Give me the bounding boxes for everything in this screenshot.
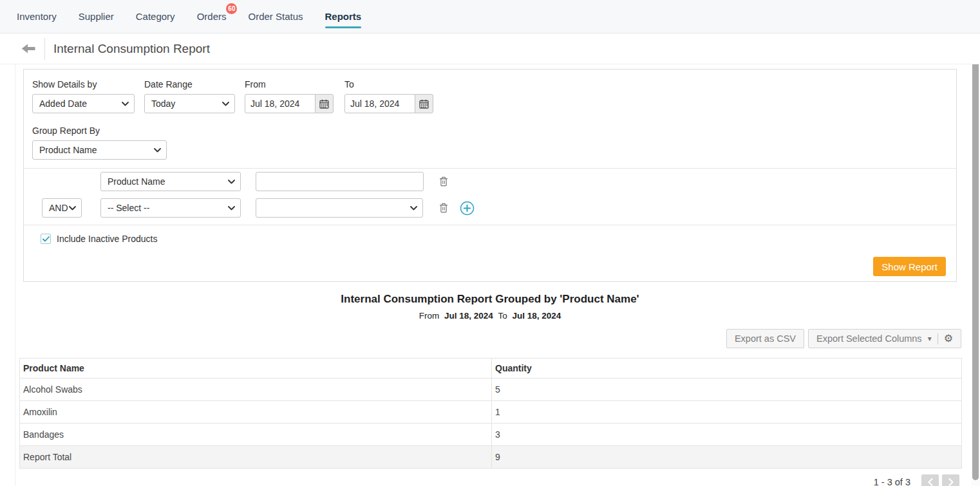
export-csv-button[interactable]: Export as CSV xyxy=(726,329,804,348)
chevron-down-icon xyxy=(228,180,235,184)
subtitle-to-date: Jul 18, 2024 xyxy=(513,311,561,321)
calendar-icon xyxy=(319,99,329,109)
show-report-button[interactable]: Show Report xyxy=(873,257,946,276)
nav-item-supplier[interactable]: Supplier xyxy=(79,11,114,22)
criteria-1-field-select[interactable]: Product Name xyxy=(100,172,241,191)
table-row: Alcohol Swabs 5 xyxy=(20,379,962,401)
criteria-1-field-value: Product Name xyxy=(108,176,165,187)
chevron-down-icon xyxy=(228,206,235,210)
to-date-calendar-button[interactable] xyxy=(415,94,433,113)
show-details-by-value: Added Date xyxy=(39,98,87,109)
content-left-border xyxy=(15,33,15,486)
column-header-quantity: Quantity xyxy=(492,359,962,379)
group-report-by-label: Group Report By xyxy=(32,126,956,136)
date-range-label: Date Range xyxy=(144,79,235,89)
criteria-1-delete-button[interactable] xyxy=(439,176,448,187)
table-header-row: Product Name Quantity xyxy=(20,359,962,379)
cell-report-total-quantity: 9 xyxy=(492,446,962,469)
from-date-calendar-button[interactable] xyxy=(315,94,334,113)
report-date-range-subtitle: From Jul 18, 2024 To Jul 18, 2024 xyxy=(0,311,980,321)
report-result-title: Internal Consumption Report Grouped by '… xyxy=(0,293,980,306)
nav-item-inventory[interactable]: Inventory xyxy=(17,11,57,22)
include-inactive-checkbox[interactable] xyxy=(41,234,51,244)
button-separator xyxy=(938,333,938,344)
criteria-1-value-input[interactable] xyxy=(256,172,424,191)
to-date-label: To xyxy=(344,79,433,89)
trash-icon xyxy=(439,203,448,213)
vertical-scrollbar-track[interactable] xyxy=(971,33,980,486)
from-date-input[interactable] xyxy=(245,94,316,113)
next-page-button[interactable] xyxy=(942,474,959,486)
table-row: Amoxilin 1 xyxy=(20,401,962,424)
trash-icon xyxy=(439,176,448,187)
report-table: Product Name Quantity Alcohol Swabs 5 Am… xyxy=(19,358,962,469)
group-report-by-value: Product Name xyxy=(39,145,97,155)
caret-down-icon: ▾ xyxy=(928,334,932,343)
header-divider xyxy=(44,38,45,60)
export-selected-columns-button[interactable]: Export Selected Columns ▾ ⚙ xyxy=(808,329,961,348)
include-inactive-row: Include Inactive Products xyxy=(41,234,956,244)
criteria-2-field-select[interactable]: -- Select -- xyxy=(100,198,241,218)
top-navigation: Inventory Supplier Category Orders 60 Or… xyxy=(0,0,980,33)
nav-item-order-status[interactable]: Order Status xyxy=(248,11,303,22)
criteria-row-1: Product Name xyxy=(24,172,956,191)
export-csv-label: Export as CSV xyxy=(735,333,796,344)
chevron-down-icon xyxy=(154,148,161,153)
include-inactive-label: Include Inactive Products xyxy=(57,234,157,244)
show-details-by-select[interactable]: Added Date xyxy=(32,94,135,113)
criteria-2-delete-button[interactable] xyxy=(439,203,448,213)
vertical-scrollbar-thumb[interactable] xyxy=(972,62,979,480)
table-total-row: Report Total 9 xyxy=(20,446,962,469)
plus-circle-icon xyxy=(460,201,475,216)
back-button[interactable] xyxy=(21,44,35,53)
cell-product-name: Bandages xyxy=(20,424,492,446)
cell-quantity: 3 xyxy=(492,424,962,446)
show-details-by-label: Show Details by xyxy=(32,79,135,89)
gear-icon[interactable]: ⚙ xyxy=(944,333,953,344)
criteria-row-2: AND -- Select -- xyxy=(24,198,956,218)
back-arrow-icon xyxy=(21,44,35,53)
calendar-icon xyxy=(419,99,429,109)
date-range-value: Today xyxy=(151,98,175,109)
page-header: Internal Consumption Report xyxy=(0,33,980,64)
nav-item-orders[interactable]: Orders 60 xyxy=(197,11,227,22)
chevron-right-icon xyxy=(948,478,954,486)
criteria-operator-select[interactable]: AND xyxy=(42,198,82,218)
cell-report-total-label: Report Total xyxy=(20,446,492,469)
pagination: 1 - 3 of 3 xyxy=(0,474,959,486)
subtitle-to-label: To xyxy=(498,311,507,321)
cell-quantity: 1 xyxy=(492,401,962,424)
table-row: Bandages 3 xyxy=(20,424,962,446)
add-criteria-button[interactable] xyxy=(460,201,475,216)
chevron-left-icon xyxy=(928,478,933,486)
export-selected-columns-label: Export Selected Columns xyxy=(816,333,922,344)
group-report-by-select[interactable]: Product Name xyxy=(32,140,167,160)
page-title: Internal Consumption Report xyxy=(53,42,210,56)
to-date-input[interactable] xyxy=(344,94,415,113)
cell-product-name: Alcohol Swabs xyxy=(20,379,492,401)
pagination-range-text: 1 - 3 of 3 xyxy=(874,477,910,486)
cell-product-name: Amoxilin xyxy=(20,401,492,424)
chevron-down-icon xyxy=(69,206,76,210)
chevron-down-icon xyxy=(410,206,417,210)
column-header-product-name: Product Name xyxy=(20,359,492,379)
prev-page-button[interactable] xyxy=(921,474,939,486)
criteria-2-field-value: -- Select -- xyxy=(108,203,149,213)
cell-quantity: 5 xyxy=(492,379,962,401)
criteria-2-value-select[interactable] xyxy=(256,198,423,218)
orders-count-badge: 60 xyxy=(226,3,237,14)
date-range-select[interactable]: Today xyxy=(144,94,235,113)
nav-item-reports[interactable]: Reports xyxy=(325,11,362,22)
from-date-label: From xyxy=(245,79,334,89)
export-toolbar: Export as CSV Export Selected Columns ▾ … xyxy=(0,329,961,348)
criteria-operator-value: AND xyxy=(49,203,68,213)
report-filter-panel: Show Details by Added Date Date Range To… xyxy=(23,69,957,282)
chevron-down-icon xyxy=(122,102,129,106)
chevron-down-icon xyxy=(222,102,229,106)
checkmark-icon xyxy=(42,236,50,242)
filter-criteria-section: Product Name AND -- Select -- xyxy=(24,168,956,225)
subtitle-from-date: Jul 18, 2024 xyxy=(444,311,493,321)
subtitle-from-label: From xyxy=(419,311,440,321)
nav-item-orders-label: Orders xyxy=(197,11,227,22)
nav-item-category[interactable]: Category xyxy=(136,11,175,22)
